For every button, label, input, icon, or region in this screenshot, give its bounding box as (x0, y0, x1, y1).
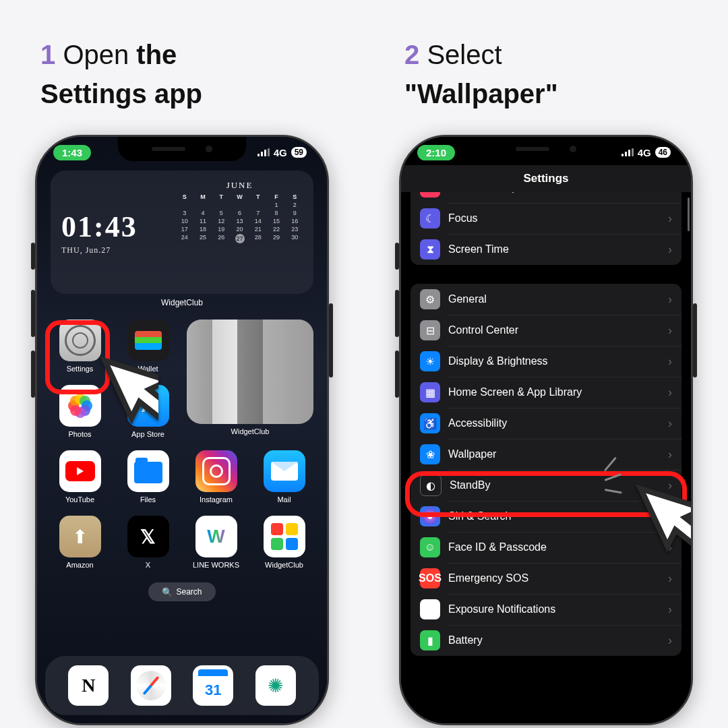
network-label: 4G (638, 147, 651, 158)
app-amazon[interactable]: ⬆︎Amazon (51, 516, 109, 569)
settings-row-label: Control Center (448, 324, 668, 336)
settings-row-display[interactable]: ☀Display & Brightness› (411, 346, 681, 377)
general-icon: ⚙ (420, 289, 440, 309)
settings-row-label: General (448, 293, 668, 305)
widget-month: JUNE (177, 180, 303, 191)
sounds-icon: ♪ (420, 192, 440, 198)
settings-row-label: Screen Time (448, 243, 668, 255)
phone1-frame: 1:43 4G 59 01:43 THU, Jun.27 JU (35, 135, 329, 725)
settings-row-label: Emergency SOS (448, 572, 668, 584)
battery-icon: ▮ (420, 630, 440, 650)
cursor-icon (607, 467, 693, 555)
step2-title: 2 Select "Wallpaper" (404, 35, 688, 113)
settings-row-homescreen[interactable]: ▦Home Screen & App Library› (411, 377, 681, 408)
settings-row-label: Exposure Notifications (448, 603, 668, 615)
settings-row-control[interactable]: ⊟Control Center› (411, 315, 681, 346)
exposure-icon: ☀ (420, 599, 440, 619)
status-time: 1:43 (53, 145, 91, 160)
signal-icon (257, 148, 270, 156)
chevron-right-icon: › (668, 293, 672, 307)
chevron-right-icon: › (668, 355, 672, 369)
wallpaper-icon: ❀ (420, 444, 440, 464)
settings-row-label: Battery (448, 634, 668, 646)
chevron-right-icon: › (668, 603, 672, 617)
signal-icon (621, 148, 634, 156)
app-lineworks[interactable]: WLINE WORKS (187, 516, 245, 569)
siri-icon: ● (420, 506, 440, 526)
chevron-right-icon: › (668, 448, 672, 462)
phone2-frame: 2:10 4G 46 Settings ♪Sounds & Haptics›☾F… (399, 135, 693, 725)
settings-row-screentime[interactable]: ⧗Screen Time› (411, 234, 681, 265)
settings-row-label: Sounds & Haptics (448, 192, 668, 193)
chevron-right-icon: › (668, 386, 672, 400)
settings-row-battery[interactable]: ▮Battery› (411, 625, 681, 656)
clock-calendar-widget[interactable]: 01:43 THU, Jun.27 JUNE SMTWTFS1234567891… (51, 171, 313, 294)
chevron-right-icon: › (668, 324, 672, 338)
chevron-right-icon: › (668, 417, 672, 431)
app-x[interactable]: 𝕏X (119, 516, 177, 569)
status-time: 2:10 (417, 145, 455, 160)
network-label: 4G (274, 147, 287, 158)
homescreen-icon: ▦ (420, 382, 440, 402)
settings-row-label: Display & Brightness (448, 355, 668, 367)
focus-icon: ☾ (420, 208, 440, 229)
dock-notion[interactable]: N (68, 665, 109, 706)
app-files[interactable]: Files (119, 450, 177, 504)
settings-row-label: Focus (448, 212, 668, 224)
chevron-right-icon: › (668, 192, 672, 195)
widget-widgetclub[interactable]: WidgetClub (187, 320, 313, 438)
faceid-icon: ☺ (420, 537, 440, 557)
sos-icon: SOS (420, 568, 440, 588)
app-instagram[interactable]: Instagram (187, 450, 245, 504)
standby-icon: ◐ (420, 475, 442, 496)
display-icon: ☀ (420, 351, 440, 371)
widget-label: WidgetClub (51, 298, 313, 307)
settings-row-sounds[interactable]: ♪Sounds & Haptics› (411, 192, 681, 203)
control-icon: ⊟ (420, 320, 440, 340)
widget-date: THU, Jun.27 (61, 245, 170, 255)
chevron-right-icon: › (668, 243, 672, 257)
step1-title: 1 Open the Settings app (40, 35, 324, 113)
settings-row-sos[interactable]: SOSEmergency SOS› (411, 563, 681, 594)
accessibility-icon: ♿ (420, 413, 440, 433)
search-pill[interactable]: 🔍Search (148, 582, 216, 601)
battery-icon: 59 (291, 147, 307, 158)
dock-chatgpt[interactable]: ✺ (255, 665, 296, 706)
settings-row-focus[interactable]: ☾Focus› (411, 203, 681, 234)
screentime-icon: ⧗ (420, 239, 440, 260)
scrollbar[interactable] (688, 198, 690, 231)
app-widgetclub[interactable]: WidgetClub (255, 516, 313, 569)
dock-calendar[interactable]: 31 (193, 665, 233, 706)
settings-row-label: Home Screen & App Library (448, 386, 668, 398)
cursor-icon (71, 339, 158, 427)
settings-row-accessibility[interactable]: ♿Accessibility› (411, 408, 681, 439)
settings-row-label: Wallpaper (448, 448, 668, 460)
widget-time: 01:43 (61, 210, 170, 244)
app-youtube[interactable]: YouTube (51, 450, 109, 504)
settings-row-label: Accessibility (448, 417, 668, 429)
chevron-right-icon: › (668, 572, 672, 586)
settings-row-exposure[interactable]: ☀Exposure Notifications› (411, 594, 681, 625)
settings-row-wallpaper[interactable]: ❀Wallpaper› (411, 439, 681, 470)
chevron-right-icon: › (668, 634, 672, 648)
dock: N 31 ✺ (45, 656, 319, 715)
app-mail[interactable]: Mail (255, 450, 313, 504)
settings-row-general[interactable]: ⚙General› (411, 284, 681, 315)
dock-safari[interactable] (131, 665, 171, 706)
battery-icon: 46 (655, 147, 671, 158)
search-icon: 🔍 (162, 587, 173, 597)
chevron-right-icon: › (668, 212, 672, 226)
settings-title: Settings (401, 165, 691, 192)
